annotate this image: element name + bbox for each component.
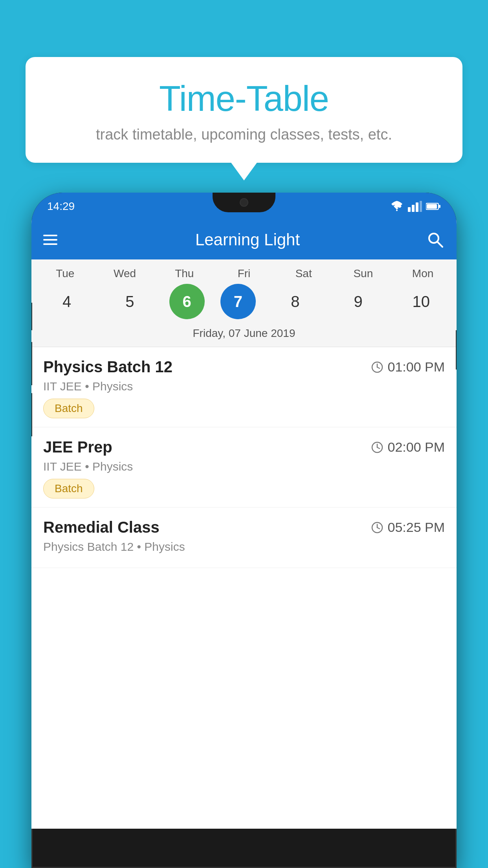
status-icons — [390, 201, 441, 212]
notch — [213, 193, 275, 212]
speech-bubble: Time-Table track timetable, upcoming cla… — [26, 57, 462, 163]
wifi-icon — [390, 201, 404, 212]
front-camera — [240, 198, 248, 207]
calendar-strip: Tue Wed Thu Fri Sat Sun Mon 4 5 6 7 8 9 … — [31, 259, 457, 347]
schedule-meta-2: IIT JEE • Physics — [43, 460, 445, 473]
time-text-2: 02:00 PM — [387, 440, 445, 455]
speech-bubble-container: Time-Table track timetable, upcoming cla… — [26, 57, 462, 163]
day-header-thu: Thu — [161, 267, 208, 280]
day-header-tue: Tue — [42, 267, 89, 280]
status-bar: 14:29 — [31, 193, 457, 220]
batch-badge-2: Batch — [43, 479, 94, 498]
schedule-item-physics-batch-12[interactable]: Physics Batch 12 01:00 PM IIT JEE • Phys… — [31, 347, 457, 427]
power-button — [456, 330, 457, 370]
bubble-title: Time-Table — [49, 79, 439, 119]
schedule-time-3: 05:25 PM — [371, 520, 445, 535]
svg-line-17 — [377, 528, 380, 529]
schedule-item-1-header: Physics Batch 12 01:00 PM — [43, 358, 445, 376]
svg-rect-3 — [420, 201, 422, 212]
schedule-item-jee-prep[interactable]: JEE Prep 02:00 PM IIT JEE • Physics Batc… — [31, 427, 457, 508]
day-header-sun: Sun — [339, 267, 387, 280]
schedule-title-1: Physics Batch 12 — [43, 358, 172, 376]
clock-icon-1 — [371, 361, 383, 373]
day-5[interactable]: 5 — [106, 284, 153, 319]
svg-rect-1 — [412, 205, 415, 212]
day-headers: Tue Wed Thu Fri Sat Sun Mon — [35, 267, 453, 280]
day-numbers: 4 5 6 7 8 9 10 — [35, 284, 453, 319]
schedule-meta-3: Physics Batch 12 • Physics — [43, 540, 445, 554]
schedule-item-3-header: Remedial Class 05:25 PM — [43, 519, 445, 536]
day-header-sat: Sat — [280, 267, 327, 280]
status-time: 14:29 — [47, 200, 75, 213]
schedule-list: Physics Batch 12 01:00 PM IIT JEE • Phys… — [31, 347, 457, 568]
clock-icon-3 — [371, 521, 383, 534]
schedule-meta-1: IIT JEE • Physics — [43, 380, 445, 393]
day-10[interactable]: 10 — [398, 284, 445, 319]
svg-line-11 — [377, 367, 380, 368]
schedule-time-1: 01:00 PM — [371, 359, 445, 375]
volume-down-button — [31, 393, 32, 436]
schedule-title-2: JEE Prep — [43, 438, 112, 456]
svg-rect-0 — [408, 207, 411, 212]
day-header-fri: Fri — [220, 267, 268, 280]
svg-line-14 — [377, 447, 380, 449]
toolbar-title: Learning Light — [69, 230, 426, 249]
selected-date-label: Friday, 07 June 2019 — [35, 324, 453, 343]
day-8[interactable]: 8 — [272, 284, 319, 319]
svg-line-8 — [437, 242, 442, 247]
schedule-time-2: 02:00 PM — [371, 440, 445, 455]
signal-icon — [408, 201, 422, 212]
schedule-item-2-header: JEE Prep 02:00 PM — [43, 438, 445, 456]
volume-up-button — [31, 342, 32, 385]
phone-frame: 14:29 — [31, 193, 457, 868]
day-4[interactable]: 4 — [43, 284, 90, 319]
day-header-wed: Wed — [101, 267, 149, 280]
bubble-subtitle: track timetable, upcoming classes, tests… — [49, 126, 439, 143]
svg-rect-2 — [416, 202, 418, 212]
hamburger-icon[interactable] — [43, 235, 57, 245]
app-toolbar: Learning Light — [31, 220, 457, 259]
schedule-item-remedial-class[interactable]: Remedial Class 05:25 PM Physics Batch 12… — [31, 508, 457, 568]
clock-icon-2 — [371, 441, 383, 454]
volume-silent-button — [31, 303, 32, 330]
svg-rect-6 — [427, 204, 437, 209]
phone-container: 14:29 — [31, 193, 457, 868]
day-6-today[interactable]: 6 — [169, 284, 205, 319]
day-9[interactable]: 9 — [335, 284, 382, 319]
batch-badge-1: Batch — [43, 399, 94, 418]
schedule-title-3: Remedial Class — [43, 519, 160, 536]
svg-rect-5 — [439, 205, 440, 208]
search-icon[interactable] — [426, 230, 445, 249]
time-text-3: 05:25 PM — [387, 520, 445, 535]
day-header-mon: Mon — [399, 267, 446, 280]
time-text-1: 01:00 PM — [387, 359, 445, 375]
day-7-selected[interactable]: 7 — [220, 284, 256, 319]
battery-icon — [426, 202, 441, 211]
phone-screen: Learning Light Tue Wed Thu Fri Sat Sun M… — [31, 220, 457, 829]
